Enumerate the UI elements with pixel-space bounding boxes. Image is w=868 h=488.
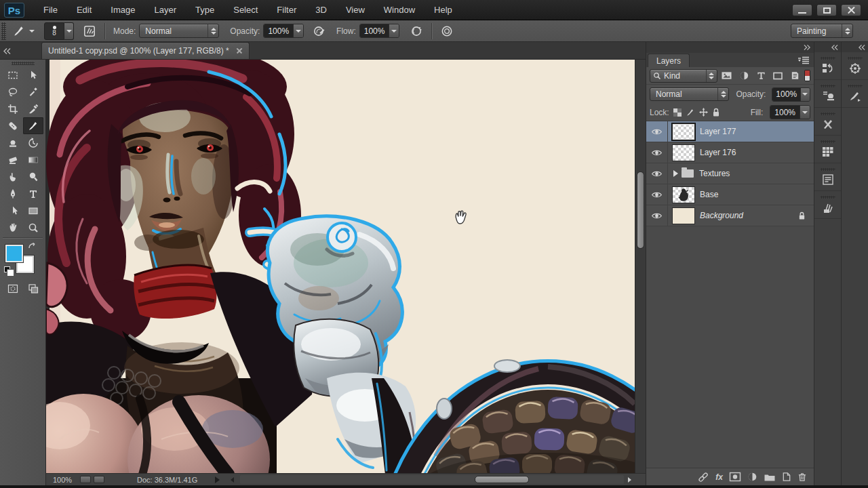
layer-thumbnail[interactable] bbox=[672, 207, 695, 224]
collapse-dock-column-icon[interactable] bbox=[831, 44, 839, 51]
close-button[interactable] bbox=[841, 4, 861, 16]
flow-dropdown[interactable]: 100% bbox=[359, 24, 400, 38]
tool-eraser[interactable] bbox=[3, 151, 23, 168]
filter-kind-dropdown[interactable]: Kind bbox=[650, 69, 717, 83]
reveal-in-bridge-icon[interactable] bbox=[94, 476, 104, 483]
collapse-dock-icon[interactable] bbox=[803, 44, 811, 51]
layer-thumbnail[interactable] bbox=[672, 186, 695, 203]
layer-style-icon[interactable]: fx bbox=[715, 472, 723, 482]
layer-row-textures-group[interactable]: Textures bbox=[646, 163, 814, 184]
opacity-dropdown[interactable]: 100% bbox=[263, 24, 304, 38]
filter-shape-layers-button[interactable] bbox=[770, 69, 785, 83]
tool-rectangular-marquee[interactable] bbox=[3, 66, 23, 83]
tool-presets-panel-button[interactable] bbox=[814, 108, 841, 136]
tool-history-brush[interactable] bbox=[23, 134, 43, 151]
vertical-scrollbar-thumb[interactable] bbox=[637, 171, 644, 249]
close-tab-icon[interactable] bbox=[236, 47, 243, 54]
brush-preset-arrow-icon[interactable] bbox=[29, 30, 35, 33]
brush-picker-arrow[interactable] bbox=[64, 22, 74, 40]
layers-panel-tab[interactable]: Layers bbox=[648, 54, 690, 67]
layer-name[interactable]: Background bbox=[700, 211, 743, 220]
menu-item-help[interactable]: Help bbox=[426, 0, 460, 20]
layer-thumbnail[interactable] bbox=[672, 123, 695, 140]
lock-image-pixels-icon[interactable] bbox=[686, 108, 695, 117]
workspace-dropdown[interactable]: Painting bbox=[791, 24, 853, 38]
tool-gradient[interactable] bbox=[23, 151, 43, 168]
tool-healing-brush[interactable] bbox=[3, 117, 23, 134]
visibility-toggle[interactable] bbox=[646, 184, 668, 205]
tool-dodge[interactable] bbox=[23, 168, 43, 185]
zoom-level[interactable]: 100% bbox=[53, 476, 80, 484]
default-colors-icon[interactable] bbox=[4, 266, 10, 272]
maximize-button[interactable] bbox=[816, 4, 837, 16]
tool-move[interactable] bbox=[23, 66, 43, 83]
layer-name[interactable]: Layer 176 bbox=[700, 148, 736, 157]
add-layer-mask-icon[interactable] bbox=[729, 472, 741, 482]
brush-panel-button[interactable] bbox=[842, 80, 868, 108]
document-tab[interactable]: Untitled-1 copy.psd @ 100% (Layer 177, R… bbox=[41, 42, 250, 59]
menu-item-edit[interactable]: Edit bbox=[68, 0, 100, 20]
airbrush-opacity-pressure-button[interactable] bbox=[309, 23, 330, 39]
navigator-panel-button[interactable] bbox=[842, 52, 868, 80]
tool-quick-selection[interactable] bbox=[23, 83, 43, 100]
history-panel-button[interactable] bbox=[814, 52, 841, 80]
tool-lasso[interactable] bbox=[3, 83, 23, 100]
panel-menu-icon[interactable] bbox=[797, 56, 810, 64]
scroll-right-arrow-icon[interactable] bbox=[628, 477, 631, 483]
collapse-toolbar-icon[interactable] bbox=[3, 47, 12, 55]
layer-name[interactable]: Textures bbox=[699, 169, 730, 178]
vertical-scrollbar[interactable] bbox=[635, 60, 646, 473]
menu-item-file[interactable]: File bbox=[35, 0, 66, 20]
tool-pen[interactable] bbox=[3, 185, 23, 202]
options-bar-grip[interactable] bbox=[1, 22, 6, 40]
menu-item-image[interactable]: Image bbox=[102, 0, 143, 20]
horizontal-scrollbar-thumb[interactable] bbox=[475, 476, 529, 483]
tool-path-selection[interactable] bbox=[3, 202, 23, 219]
lock-all-icon[interactable] bbox=[712, 108, 720, 117]
filter-toggle-switch[interactable] bbox=[804, 70, 810, 81]
menu-item-layer[interactable]: Layer bbox=[146, 0, 185, 20]
swap-colors-icon[interactable] bbox=[27, 242, 38, 251]
tool-eyedropper[interactable] bbox=[23, 100, 43, 117]
minimize-button[interactable] bbox=[792, 4, 812, 16]
tool-hand[interactable] bbox=[3, 219, 23, 236]
tool-brush[interactable] bbox=[23, 117, 43, 134]
canvas-artwork[interactable] bbox=[46, 60, 635, 473]
airbrush-mode-button[interactable] bbox=[406, 23, 427, 39]
adobe-drive-icon[interactable] bbox=[80, 476, 91, 483]
menu-item-window[interactable]: Window bbox=[376, 0, 423, 20]
visibility-toggle[interactable] bbox=[646, 121, 668, 142]
new-group-icon[interactable] bbox=[764, 472, 776, 482]
tool-smudge[interactable] bbox=[3, 168, 23, 185]
toolbar-grip[interactable] bbox=[12, 62, 35, 65]
menu-item-select[interactable]: Select bbox=[225, 0, 266, 20]
layer-row-layer176[interactable]: Layer 176 bbox=[646, 142, 814, 163]
airbrush-size-pressure-button[interactable] bbox=[437, 23, 457, 39]
filter-type-layers-button[interactable] bbox=[753, 69, 768, 83]
brush-presets-panel-button[interactable] bbox=[814, 191, 841, 219]
fill-dropdown[interactable]: 100% bbox=[770, 105, 810, 119]
canvas-area[interactable] bbox=[46, 60, 646, 473]
clone-source-panel-button[interactable] bbox=[814, 80, 841, 108]
lock-position-icon[interactable] bbox=[698, 107, 709, 117]
link-layers-icon[interactable] bbox=[697, 471, 709, 483]
layers-blend-mode-dropdown[interactable]: Normal bbox=[650, 87, 729, 101]
blend-mode-dropdown[interactable]: Normal bbox=[139, 24, 219, 38]
filter-pixel-layers-button[interactable] bbox=[719, 69, 734, 83]
new-adjustment-layer-icon[interactable] bbox=[747, 472, 757, 482]
layer-row-background[interactable]: Background bbox=[646, 205, 814, 226]
brush-size-preview[interactable]: 8 bbox=[44, 22, 64, 40]
menu-item-type[interactable]: Type bbox=[187, 0, 222, 20]
tool-clone-stamp[interactable] bbox=[3, 134, 23, 151]
collapse-dock-column-icon[interactable] bbox=[858, 44, 866, 51]
foreground-color-swatch[interactable] bbox=[5, 245, 23, 262]
swatches-panel-button[interactable] bbox=[814, 136, 841, 163]
brush-tool-preset-button[interactable] bbox=[9, 23, 29, 39]
expand-group-icon[interactable] bbox=[673, 170, 678, 177]
quick-mask-button[interactable] bbox=[3, 280, 23, 297]
new-layer-icon[interactable] bbox=[782, 472, 791, 482]
scroll-left-arrow-icon[interactable] bbox=[231, 477, 234, 483]
layer-row-layer177[interactable]: Layer 177 bbox=[646, 121, 814, 142]
layers-opacity-dropdown[interactable]: 100% bbox=[772, 87, 810, 102]
delete-layer-icon[interactable] bbox=[797, 472, 807, 482]
